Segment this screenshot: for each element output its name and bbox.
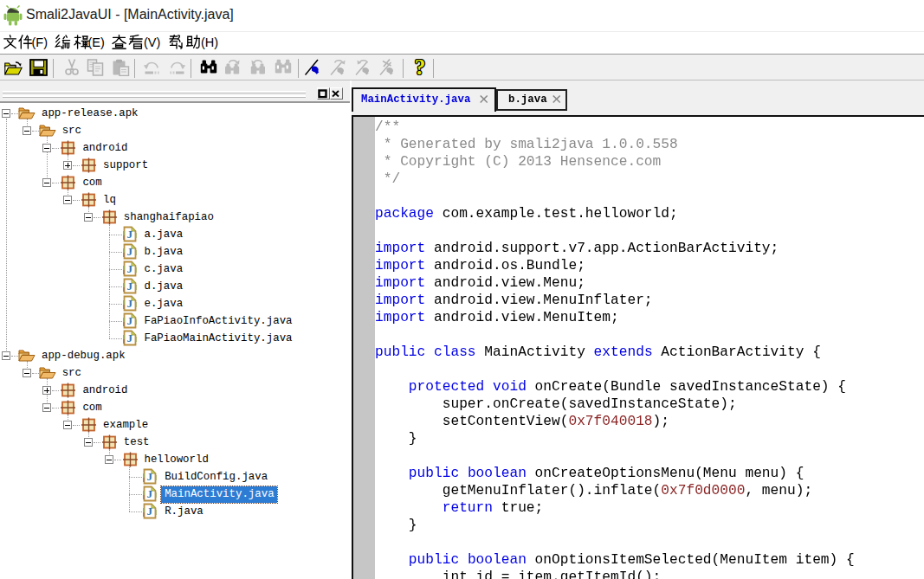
svg-text:J: J bbox=[126, 331, 132, 344]
svg-text:(E): (E) bbox=[88, 35, 105, 49]
svg-text:(H): (H) bbox=[201, 35, 218, 49]
svg-text:J: J bbox=[126, 228, 132, 241]
svg-text:(F): (F) bbox=[32, 35, 48, 49]
svg-text:(V): (V) bbox=[144, 35, 160, 49]
svg-text:J: J bbox=[147, 487, 153, 500]
svg-text:J: J bbox=[126, 262, 132, 275]
svg-text:J: J bbox=[126, 297, 132, 310]
svg-text:J: J bbox=[147, 505, 153, 518]
svg-text:J: J bbox=[147, 470, 153, 483]
svg-text:J: J bbox=[126, 314, 132, 327]
svg-text:J: J bbox=[126, 280, 132, 293]
svg-text:J: J bbox=[126, 245, 132, 258]
